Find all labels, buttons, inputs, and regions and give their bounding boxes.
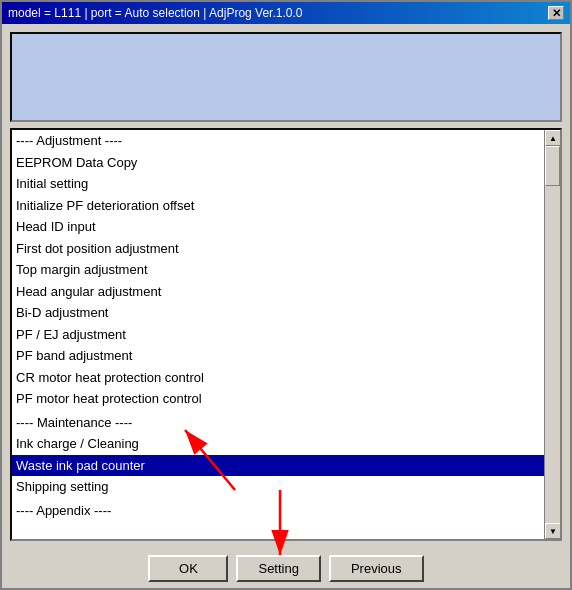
window-title: model = L111 | port = Auto selection | A…	[8, 6, 302, 20]
list-item[interactable]: Head angular adjustment	[12, 281, 544, 303]
scroll-down-button[interactable]: ▼	[545, 523, 561, 539]
list-item[interactable]: Ink charge / Cleaning	[12, 433, 544, 455]
previous-button[interactable]: Previous	[329, 555, 424, 582]
button-bar: OK Setting Previous	[2, 549, 570, 588]
list-item[interactable]: EEPROM Data Copy	[12, 152, 544, 174]
list-item[interactable]: ---- Appendix ----	[12, 500, 544, 522]
list-item[interactable]: Top margin adjustment	[12, 259, 544, 281]
scroll-thumb[interactable]	[545, 146, 560, 186]
list-item[interactable]: CR motor heat protection control	[12, 367, 544, 389]
main-window: model = L111 | port = Auto selection | A…	[0, 0, 572, 590]
list-item[interactable]: Bi-D adjustment	[12, 302, 544, 324]
ok-button[interactable]: OK	[148, 555, 228, 582]
scroll-up-button[interactable]: ▲	[545, 130, 561, 146]
title-bar: model = L111 | port = Auto selection | A…	[2, 2, 570, 24]
content-area: ---- Adjustment ----EEPROM Data CopyInit…	[2, 24, 570, 549]
list-item[interactable]: First dot position adjustment	[12, 238, 544, 260]
list-item[interactable]: PF motor heat protection control	[12, 388, 544, 410]
setting-button[interactable]: Setting	[236, 555, 320, 582]
list-item[interactable]: Head ID input	[12, 216, 544, 238]
list-item[interactable]: Initial setting	[12, 173, 544, 195]
list-item[interactable]: ---- Maintenance ----	[12, 412, 544, 434]
list-item[interactable]: ---- Adjustment ----	[12, 130, 544, 152]
list-item[interactable]: Initialize PF deterioration offset	[12, 195, 544, 217]
list-container: ---- Adjustment ----EEPROM Data CopyInit…	[10, 128, 562, 541]
list-items[interactable]: ---- Adjustment ----EEPROM Data CopyInit…	[12, 130, 544, 539]
scroll-track[interactable]	[545, 146, 560, 523]
list-item[interactable]: Waste ink pad counter	[12, 455, 544, 477]
list-item[interactable]: PF band adjustment	[12, 345, 544, 367]
preview-box	[10, 32, 562, 122]
close-button[interactable]: ✕	[548, 6, 564, 20]
scrollbar: ▲ ▼	[544, 130, 560, 539]
list-item[interactable]: Shipping setting	[12, 476, 544, 498]
list-item[interactable]: PF / EJ adjustment	[12, 324, 544, 346]
